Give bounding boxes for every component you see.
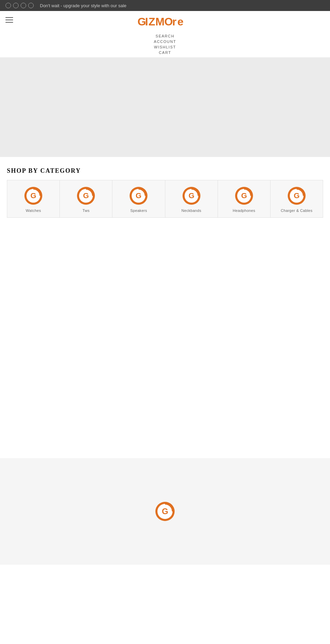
category-grid: G Watches G Tws G Speakers (7, 180, 323, 218)
svg-text:Z: Z (148, 15, 156, 28)
speakers-icon: G (129, 187, 148, 205)
category-item-tws[interactable]: G Tws (60, 180, 112, 217)
wishlist-link[interactable]: WISHLIST (154, 45, 176, 49)
svg-text:G: G (136, 191, 142, 200)
category-item-charger-cables[interactable]: G Charger & Cables (271, 180, 323, 217)
watches-icon: G (24, 187, 43, 205)
headphones-icon: G (235, 187, 253, 205)
svg-text:G: G (241, 191, 247, 200)
svg-text:G: G (294, 191, 299, 200)
footer-logo-icon: G (155, 501, 175, 522)
neckbands-icon: G (182, 187, 201, 205)
header: G I Z M O r e SEARCH ACCOUNT WISHLIST CA… (0, 11, 330, 57)
svg-text:e: e (177, 15, 184, 28)
announcement-circles (6, 3, 34, 8)
speakers-label: Speakers (130, 208, 147, 213)
category-item-headphones[interactable]: G Headphones (218, 180, 271, 217)
tws-label: Tws (82, 208, 89, 213)
category-item-watches[interactable]: G Watches (7, 180, 60, 217)
circle-4 (28, 3, 34, 8)
svg-text:r: r (172, 15, 177, 28)
tws-icon: G (77, 187, 95, 205)
brand-logo[interactable]: G I Z M O r e (138, 15, 192, 31)
svg-text:G: G (188, 191, 194, 200)
category-item-neckbands[interactable]: G Neckbands (165, 180, 218, 217)
main-nav: SEARCH ACCOUNT WISHLIST CART (154, 34, 176, 55)
footer: G (0, 458, 330, 565)
svg-text:G: G (83, 191, 89, 200)
svg-text:G: G (31, 191, 36, 200)
svg-text:G: G (162, 507, 168, 516)
circle-3 (21, 3, 26, 8)
category-item-speakers[interactable]: G Speakers (112, 180, 165, 217)
watches-label: Watches (26, 208, 41, 213)
hero-banner (0, 57, 330, 157)
circle-2 (13, 3, 19, 8)
search-link[interactable]: SEARCH (156, 34, 175, 38)
charger-cables-icon: G (287, 187, 306, 205)
cart-link[interactable]: CART (159, 50, 171, 55)
neckbands-label: Neckbands (182, 208, 201, 213)
announcement-bar: Don't wait - upgrade your style with our… (0, 0, 330, 11)
headphones-label: Headphones (233, 208, 255, 213)
account-link[interactable]: ACCOUNT (154, 39, 176, 44)
svg-text:O: O (164, 15, 173, 28)
category-section-title: SHOP BY CATEGORY (7, 167, 323, 174)
svg-text:I: I (145, 15, 148, 28)
main-content-area (0, 225, 330, 458)
circle-1 (6, 3, 11, 8)
svg-text:M: M (155, 15, 165, 28)
logo-svg: G I Z M O r e (138, 15, 192, 28)
hamburger-menu-icon[interactable] (6, 17, 13, 23)
charger-cables-label: Charger & Cables (281, 208, 312, 213)
announcement-text: Don't wait - upgrade your style with our… (40, 3, 126, 8)
category-section: SHOP BY CATEGORY G Watches G Tws (0, 157, 330, 225)
